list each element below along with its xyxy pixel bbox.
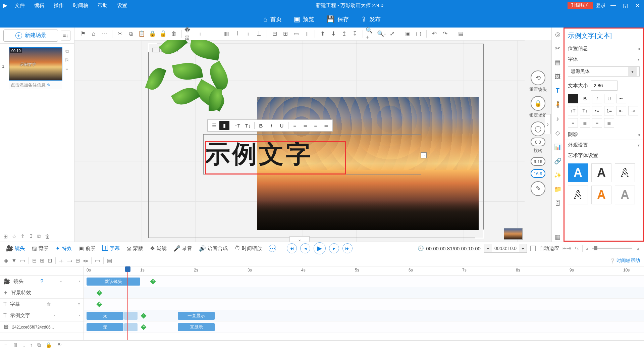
keyframe-add[interactable] [141, 325, 147, 330]
rs-grid-icon[interactable]: ▦ [553, 232, 562, 242]
ct-zoom-out-icon[interactable]: 🔍- [376, 29, 386, 39]
align-left-icon[interactable]: ≡ [290, 121, 300, 130]
track-bgfx[interactable]: ✦背景特效 [0, 287, 84, 299]
bb-copy-icon[interactable]: ⧉ [37, 342, 41, 348]
autofit-icon2[interactable]: ⇆ [575, 245, 579, 251]
autofit-checkbox[interactable] [530, 246, 536, 251]
tl2-b1-icon[interactable]: ⟛ [59, 258, 64, 264]
ct-unlock-icon[interactable]: 🔓 [158, 29, 168, 39]
tl2-list-icon[interactable]: ▤ [107, 257, 112, 264]
new-scene-button[interactable]: + 新建场景 [3, 30, 58, 42]
keyframe-add[interactable] [150, 279, 156, 285]
bb-add-icon[interactable]: ＋ [3, 342, 8, 348]
artfont-2[interactable]: A [591, 163, 611, 182]
lb-star-icon[interactable]: ☆ [12, 233, 16, 240]
rs-db-icon[interactable]: 🗄 [553, 199, 562, 208]
underline-button[interactable]: U [604, 94, 614, 103]
reset-camera-button[interactable]: ⟲ [531, 70, 545, 85]
zoom-slider-left-icon[interactable]: ▴ [586, 245, 589, 251]
tab-timescale[interactable]: ⏱时间缩放 [232, 244, 265, 253]
ct-forward-icon[interactable]: ↥ [339, 29, 349, 39]
ct-zoom-fit-icon[interactable]: ⤢ [387, 29, 397, 39]
rs-image-icon[interactable]: 🖼 [553, 72, 562, 81]
list-icon[interactable]: ☰ [209, 121, 219, 130]
lb-up-icon[interactable]: ↥ [20, 233, 25, 240]
artfont-1[interactable]: A [568, 163, 588, 182]
clip-always-show[interactable]: 一直显示 [178, 312, 215, 320]
zoom-slider[interactable] [592, 248, 632, 249]
tl2-rect-icon[interactable]: ▭ [20, 257, 25, 264]
ct-lock-icon[interactable]: 🔒 [147, 29, 157, 39]
props-section-appearance[interactable]: 外观设置▾ [565, 140, 643, 150]
ct-delete-icon[interactable]: 🗑 [169, 29, 179, 39]
ct-group-icon[interactable]: ▣ [403, 29, 413, 39]
al-justify-button[interactable]: ≣ [604, 118, 614, 128]
text-element[interactable]: ☰ ▮ ↑T T↓ B I U ≡ ≣ ≡ ≣ [205, 117, 420, 178]
maximize-button[interactable]: ◱ [621, 2, 630, 9]
ratio-16-9-button[interactable]: 16:9 [531, 169, 545, 178]
bb-eye-icon[interactable]: 👁 [57, 342, 62, 348]
lb-down-icon[interactable]: ↧ [29, 233, 33, 240]
menu-settings[interactable]: 设置 [112, 2, 132, 9]
artfont-6[interactable]: A [615, 186, 635, 204]
ct-align-bot-icon[interactable]: ⟘ [254, 29, 264, 39]
upgrade-account-button[interactable]: 升级账户 [568, 2, 593, 9]
menu-help[interactable]: 帮助 [93, 2, 112, 9]
close-button[interactable]: ✕ [633, 2, 642, 9]
italic-button[interactable]: I [592, 94, 602, 103]
track-subtitle[interactable]: T字幕🗑≡ [0, 299, 84, 310]
tl2-mark-icon[interactable]: ▭ [95, 257, 100, 264]
scene-thumbnail[interactable]: 00:10 示例文字 点击添加备注信息✎ [9, 47, 63, 89]
italic-icon[interactable]: I [266, 121, 276, 130]
menu-timeline[interactable]: 时间轴 [68, 2, 93, 9]
clip-img-none[interactable]: 无 [87, 323, 123, 331]
ct-back-icon[interactable]: ⬇ [328, 29, 338, 39]
timeline-ruler[interactable]: 0s 1s 2s 3s 4s 5s 6s 7s 8s 9s 10s [84, 266, 644, 276]
al-center-button[interactable]: ≣ [580, 118, 590, 128]
autofit-icon1[interactable]: ⇤⇥ [562, 245, 571, 251]
clip-show[interactable]: 直显示 [178, 323, 215, 331]
zoom-slider-right-icon[interactable]: ▲ [636, 246, 641, 251]
rs-music-icon[interactable]: ♪ [553, 114, 562, 123]
tab-foreground[interactable]: ▣前景 [76, 244, 98, 253]
fontsize-down-icon[interactable]: T↓ [243, 121, 253, 130]
tl2-b4-icon[interactable]: ⟚ [83, 258, 88, 264]
tl2-a2-icon[interactable]: ⊞ [40, 257, 44, 264]
trash-icon[interactable]: 🗑 [47, 302, 51, 307]
tab-subtitle[interactable]: 🅃字幕 [100, 244, 122, 253]
underline-icon[interactable]: U [277, 121, 287, 130]
ct-home-icon[interactable]: ⌂ [89, 29, 99, 39]
ct-align-center-icon[interactable]: ⟛ [195, 29, 205, 39]
align-justify-icon[interactable]: ≣ [321, 121, 331, 130]
publish-button[interactable]: ⇪发布 [361, 15, 381, 23]
ct-align-right-icon[interactable]: ⟞ [206, 29, 216, 39]
props-section-font[interactable]: 字体▾ [565, 54, 643, 64]
duration-spinner[interactable]: −00:00:10.0+ [484, 244, 527, 253]
artfont-3[interactable]: A [615, 163, 635, 182]
ct-backward-icon[interactable]: ↧ [350, 29, 360, 39]
tab-filter[interactable]: ❖滤镜 [147, 244, 169, 253]
tab-more[interactable]: ⋯ [266, 243, 279, 253]
clip-text-none[interactable]: 无 [87, 312, 123, 320]
home-button[interactable]: ⌂首页 [263, 15, 281, 23]
rs-person-icon[interactable]: 🧍 [553, 100, 562, 109]
clip-img-trans[interactable] [124, 323, 138, 331]
scene-note-input[interactable]: 点击添加备注信息✎ [9, 81, 62, 89]
al-right-button[interactable]: ≡ [592, 118, 602, 128]
scene-more-icon[interactable]: ≡ [65, 66, 72, 71]
save-button[interactable]: 💾保存 [326, 15, 349, 23]
minimize-button[interactable]: — [608, 2, 618, 8]
keyframe-add[interactable] [97, 290, 102, 296]
rs-shape-icon[interactable]: ◇ [553, 128, 562, 138]
rs-folder-icon[interactable]: 📁 [553, 185, 562, 194]
text-resize-handle[interactable]: ↔ [421, 152, 427, 158]
play-button[interactable]: ▶ [314, 242, 326, 254]
ct-flag-icon[interactable]: ⚑ [78, 29, 88, 39]
ct-layers-icon[interactable]: ▤ [456, 29, 466, 39]
size-up-button[interactable]: ↑T [568, 106, 578, 115]
ct-redo-icon[interactable]: ↷ [440, 29, 450, 39]
ct-dv4-icon[interactable]: ▯ [302, 29, 312, 39]
playhead[interactable] [127, 266, 128, 340]
lb-copy-icon[interactable]: ⧉ [37, 234, 41, 240]
tab-mask[interactable]: ◎蒙版 [124, 244, 146, 253]
